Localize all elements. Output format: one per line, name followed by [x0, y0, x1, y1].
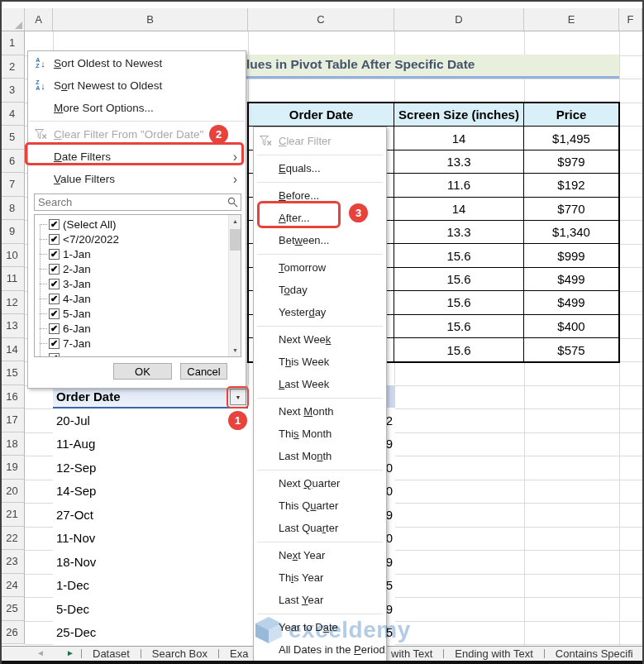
checkbox-checked-icon[interactable]: ✔ [49, 353, 60, 358]
sheet-tab-ending-with-text[interactable]: Ending with Text [444, 647, 543, 661]
pivot-field-header[interactable]: Order Date [53, 385, 248, 408]
menu-item-date-filters[interactable]: Date Filters› [28, 146, 246, 168]
row-header-13[interactable]: 13 [0, 314, 25, 338]
row-header-24[interactable]: 24 [0, 574, 25, 598]
pivot-date-cell[interactable]: 20-Jul [53, 408, 248, 432]
pivot-date-cell[interactable]: 25-Dec [53, 621, 248, 645]
row-header-25[interactable]: 25 [0, 597, 25, 621]
menu-item-sort-newest-to-oldest[interactable]: ZA↓Sort Newest to Oldest [28, 74, 246, 97]
select-all-corner[interactable] [0, 8, 25, 31]
checkbox-checked-icon[interactable]: ✔ [49, 279, 60, 289]
pivot-date-cell[interactable]: 14-Sep [53, 480, 248, 504]
submenu-item-next-week[interactable]: Next Week [254, 328, 386, 351]
sheet-tab-search-box[interactable]: Search Box [141, 647, 218, 661]
row-header-6[interactable]: 6 [0, 150, 25, 174]
row-header-14[interactable]: 14 [0, 338, 25, 362]
submenu-item-last-year[interactable]: Last Year [254, 589, 386, 611]
filter-value-7-20-2022[interactable]: ✔<7/20/2022 [35, 232, 227, 246]
filter-value-6-jan[interactable]: ✔6-Jan [35, 321, 227, 336]
tab-scroll-right-icon[interactable]: ► [66, 648, 74, 657]
scroll-down-icon[interactable]: ▼ [229, 344, 241, 356]
submenu-item-before[interactable]: Before... [254, 184, 386, 207]
submenu-item-this-year[interactable]: This Year [254, 566, 386, 589]
column-header-a[interactable]: A [25, 8, 53, 31]
row-header-18[interactable]: 18 [0, 432, 25, 456]
filter-value-3-jan[interactable]: ✔3-Jan [35, 276, 227, 291]
row-header-15[interactable]: 15 [0, 361, 25, 385]
pivot-date-cell[interactable]: 12-Sep [53, 456, 248, 480]
filter-value-7-jan[interactable]: ✔7-Jan [35, 336, 227, 351]
row-header-11[interactable]: 11 [0, 267, 25, 291]
scroll-up-icon[interactable]: ▲ [229, 215, 241, 227]
row-header-3[interactable]: 3 [0, 79, 25, 103]
checkbox-checked-icon[interactable]: ✔ [49, 308, 60, 319]
pivot-date-cell[interactable]: 11-Nov [53, 527, 248, 551]
column-header-b[interactable]: B [53, 8, 248, 31]
column-header-f[interactable]: F [619, 8, 642, 31]
row-header-21[interactable]: 21 [0, 503, 25, 527]
search-input[interactable] [34, 193, 241, 211]
cancel-button[interactable]: Cancel [180, 363, 227, 380]
filter-value-1-jan[interactable]: ✔1-Jan [35, 246, 227, 261]
column-header-e[interactable]: E [524, 8, 619, 31]
menu-item-value-filters[interactable]: Value Filters› [28, 168, 246, 190]
submenu-item-this-month[interactable]: This Month [254, 423, 386, 445]
scrollbar-thumb[interactable] [230, 229, 241, 251]
submenu-item-year-to-date[interactable]: Year to Date [254, 616, 386, 638]
menu-item-sort-oldest-to-newest[interactable]: AZ↓Sort Oldest to Newest [28, 52, 246, 74]
row-header-4[interactable]: 4 [0, 103, 25, 127]
row-header-1[interactable]: 1 [0, 31, 25, 55]
submenu-item-next-month[interactable]: Next Month [254, 400, 386, 423]
row-header-17[interactable]: 17 [0, 408, 25, 432]
row-header-8[interactable]: 8 [0, 197, 25, 221]
sheet-tab-with-text[interactable]: with Text [386, 647, 443, 661]
row-header-5[interactable]: 5 [0, 126, 25, 150]
row-header-9[interactable]: 9 [0, 220, 25, 244]
submenu-item-this-week[interactable]: This Week [254, 351, 386, 373]
submenu-item-equals[interactable]: Equals... [254, 157, 386, 179]
pivot-date-cell[interactable]: 27-Oct [53, 503, 248, 527]
filter-value-4-jan[interactable]: ✔4-Jan [35, 291, 227, 306]
submenu-item-tomorrow[interactable]: Tomorrow [254, 256, 386, 279]
filter-dropdown-button[interactable]: ▼ [230, 389, 246, 405]
row-header-22[interactable]: 22 [0, 527, 25, 551]
sheet-tab-contains-specifi[interactable]: Contains Specifi [545, 647, 644, 661]
submenu-item-next-quarter[interactable]: Next Quarter [254, 472, 386, 494]
pivot-date-cell[interactable]: 1-Dec [53, 574, 248, 598]
submenu-item-today[interactable]: Today [254, 279, 386, 301]
checkbox-checked-icon[interactable]: ✔ [49, 249, 60, 260]
checkbox-checked-icon[interactable]: ✔ [49, 323, 60, 334]
checkbox-checked-icon[interactable]: ✔ [49, 294, 60, 304]
filter-value-5-jan[interactable]: ✔5-Jan [35, 306, 227, 321]
filter-value-select-all[interactable]: ✔(Select All) [35, 217, 227, 232]
filter-value-2-jan[interactable]: ✔2-Jan [35, 261, 227, 276]
submenu-item-all-dates-in-the-period[interactable]: All Dates in the Period› [254, 638, 386, 661]
checkbox-checked-icon[interactable]: ✔ [49, 234, 60, 245]
row-header-19[interactable]: 19 [0, 456, 25, 480]
row-header-16[interactable]: 16 [0, 385, 25, 409]
row-header-7[interactable]: 7 [0, 173, 25, 197]
row-header-12[interactable]: 12 [0, 291, 25, 315]
submenu-item-last-week[interactable]: Last Week [254, 373, 386, 395]
checkbox-checked-icon[interactable]: ✔ [49, 219, 60, 230]
submenu-item-this-quarter[interactable]: This Quarter [254, 494, 386, 517]
row-header-23[interactable]: 23 [0, 550, 25, 574]
menu-item-more-sort-options[interactable]: More Sort Options... [28, 97, 246, 119]
checkbox-checked-icon[interactable]: ✔ [49, 264, 60, 275]
submenu-item-next-year[interactable]: Next Year [254, 544, 386, 566]
submenu-item-last-quarter[interactable]: Last Quarter [254, 517, 386, 539]
pivot-date-cell[interactable]: 18-Nov [53, 550, 248, 574]
tab-scroll-left-icon[interactable]: ◄ [36, 648, 45, 657]
ok-button[interactable]: OK [113, 363, 172, 380]
filter-value-partial[interactable]: ✔ [35, 351, 227, 357]
sheet-tab-dataset[interactable]: Dataset [82, 647, 141, 661]
scrollbar[interactable]: ▲ ▼ [228, 215, 241, 356]
column-header-d[interactable]: D [394, 8, 524, 31]
submenu-item-yesterday[interactable]: Yesterday [254, 301, 386, 323]
row-header-2[interactable]: 2 [0, 55, 25, 79]
pivot-date-cell[interactable]: 11-Aug [53, 432, 248, 456]
row-header-26[interactable]: 26 [0, 621, 25, 645]
submenu-item-last-month[interactable]: Last Month [254, 445, 386, 467]
row-header-10[interactable]: 10 [0, 244, 25, 268]
submenu-item-between[interactable]: Between... [254, 229, 386, 251]
